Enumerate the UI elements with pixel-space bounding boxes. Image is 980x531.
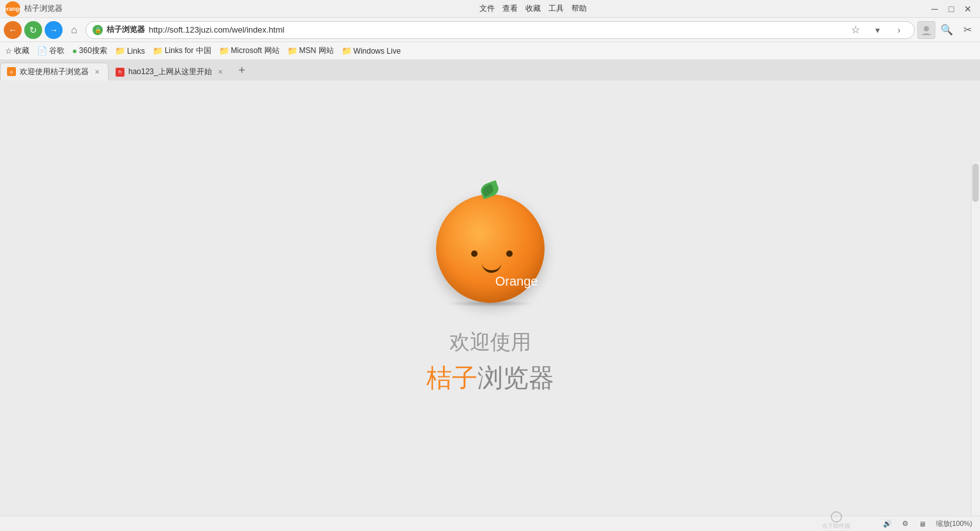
secure-icon: 🔒 bbox=[93, 25, 103, 35]
minimize-button[interactable]: ─ bbox=[928, 3, 942, 15]
welcome-container: Orange 欢迎使用 桔子浏览器 bbox=[426, 181, 554, 396]
menu-file[interactable]: 文件 bbox=[479, 3, 495, 14]
tabs-bar: o 欢迎使用桔子浏览器 ✕ h hao123_上网从这里开始 ✕ + bbox=[0, 60, 980, 81]
app-logo: orange bbox=[5, 1, 20, 17]
scrollbar-thumb[interactable] bbox=[972, 164, 979, 202]
svg-point-1 bbox=[924, 26, 929, 31]
address-bar: 🔒 桔子浏览器 ☆ ▾ › bbox=[86, 21, 915, 39]
site-name-label: 桔子浏览器 bbox=[107, 24, 145, 35]
mascot-body: Orange bbox=[436, 194, 545, 303]
watermark: ○ 当下软件园 www.downxia.com bbox=[813, 511, 860, 531]
bookmark-star-button[interactable]: ☆ bbox=[847, 21, 864, 39]
welcome-line1: 欢迎使用 bbox=[426, 328, 554, 357]
menu-view[interactable]: 查看 bbox=[502, 3, 518, 14]
orange-mascot: Orange bbox=[433, 181, 548, 309]
nav-bar: ← ↻ → ⌂ 🔒 桔子浏览器 ☆ ▾ › 🔍 ✂ bbox=[0, 18, 980, 42]
bookmarks-text: 收藏 bbox=[14, 45, 29, 56]
user-avatar bbox=[917, 21, 935, 39]
welcome-text-block: 欢迎使用 桔子浏览器 bbox=[426, 328, 554, 396]
mascot-eye-right bbox=[506, 250, 513, 257]
folder-icon-3: 📁 bbox=[219, 46, 229, 56]
bookmark-microsoft[interactable]: 📁 Microsoft 网站 bbox=[219, 45, 280, 56]
tab-favicon-welcome: o bbox=[7, 67, 16, 76]
tab-favicon-hao: h bbox=[116, 68, 124, 77]
tab-hao123[interactable]: h hao123_上网从这里开始 ✕ bbox=[109, 63, 232, 81]
main-content: Orange 欢迎使用 桔子浏览器 bbox=[0, 81, 980, 516]
tab-welcome[interactable]: o 欢迎使用桔子浏览器 ✕ bbox=[0, 63, 109, 81]
folder-icon-2: 📁 bbox=[153, 46, 163, 56]
tab-title-welcome: 欢迎使用桔子浏览器 bbox=[20, 66, 89, 77]
home-button[interactable]: ⌂ bbox=[65, 21, 83, 39]
new-tab-button[interactable]: + bbox=[234, 63, 250, 78]
bookmarks-label[interactable]: ☆ 收藏 bbox=[5, 45, 29, 56]
welcome-line2: 桔子浏览器 bbox=[426, 360, 554, 396]
bookmark-windows-live[interactable]: 📁 Windows Live bbox=[342, 46, 401, 56]
bookmark-google[interactable]: 📄 谷歌 bbox=[37, 45, 64, 56]
bookmark-msn-label: MSN 网站 bbox=[299, 45, 334, 56]
window-controls: ─ □ ✕ bbox=[928, 3, 975, 15]
tab-close-hao[interactable]: ✕ bbox=[216, 68, 225, 77]
back-button[interactable]: ← bbox=[4, 21, 22, 39]
folder-icon-5: 📁 bbox=[342, 46, 352, 56]
menu-help[interactable]: 帮助 bbox=[571, 3, 587, 14]
search-button[interactable]: 🔍 bbox=[938, 21, 956, 39]
folder-icon: 📁 bbox=[115, 46, 125, 56]
bookmark-microsoft-label: Microsoft 网站 bbox=[231, 45, 280, 56]
bookmark-windows-live-label: Windows Live bbox=[354, 47, 401, 56]
menu-bookmarks[interactable]: 收藏 bbox=[525, 3, 541, 14]
tab-title-hao: hao123_上网从这里开始 bbox=[128, 66, 212, 77]
bookmark-links-label: Links bbox=[127, 47, 145, 56]
maximize-button[interactable]: □ bbox=[944, 3, 958, 15]
speaker-icon: 🔊 bbox=[883, 519, 892, 528]
app-title: 桔子浏览器 bbox=[24, 3, 473, 14]
address-input[interactable] bbox=[149, 25, 843, 35]
scrollbar-track[interactable] bbox=[971, 162, 980, 516]
settings-icon: ⚙ bbox=[902, 519, 908, 528]
star-icon: ☆ bbox=[5, 47, 12, 56]
bookmark-google-label: 谷歌 bbox=[49, 45, 64, 56]
menu-bar: 文件 查看 收藏 工具 帮助 bbox=[479, 3, 928, 14]
forward-nav-button[interactable]: › bbox=[890, 21, 908, 39]
more-button[interactable]: ✂ bbox=[958, 21, 976, 39]
menu-tools[interactable]: 工具 bbox=[548, 3, 564, 14]
bookmark-links[interactable]: 📁 Links bbox=[115, 46, 145, 56]
status-bar: ○ 当下软件园 www.downxia.com 🔊 ⚙ 🖥 缩放(100%) bbox=[0, 516, 980, 531]
bookmark-360[interactable]: ● 360搜索 bbox=[72, 45, 107, 56]
refresh-button[interactable]: ↻ bbox=[24, 21, 42, 39]
watermark-site: 当下软件园 bbox=[822, 523, 850, 530]
welcome-brand-gray: 浏览器 bbox=[478, 364, 554, 392]
screen-icon: 🖥 bbox=[919, 520, 926, 528]
folder-icon-4: 📁 bbox=[287, 46, 298, 56]
mascot-smile bbox=[482, 263, 501, 273]
close-button[interactable]: ✕ bbox=[961, 3, 975, 15]
history-dropdown-button[interactable]: ▾ bbox=[868, 21, 886, 39]
bookmark-links-china[interactable]: 📁 Links for 中国 bbox=[153, 45, 211, 56]
title-bar: orange 桔子浏览器 文件 查看 收藏 工具 帮助 ─ □ ✕ bbox=[0, 0, 980, 18]
watermark-circle: ○ bbox=[831, 511, 842, 523]
bookmark-360-label: 360搜索 bbox=[79, 45, 107, 56]
forward-button[interactable]: → bbox=[45, 21, 63, 39]
zoom-label: 缩放(100%) bbox=[936, 519, 972, 528]
tab-close-welcome[interactable]: ✕ bbox=[93, 67, 102, 76]
bookmarks-bar: ☆ 收藏 📄 谷歌 ● 360搜索 📁 Links 📁 Links for 中国… bbox=[0, 42, 980, 60]
bookmark-msn[interactable]: 📁 MSN 网站 bbox=[287, 45, 334, 56]
mascot-eye-left bbox=[471, 250, 478, 257]
bookmark-links-china-label: Links for 中国 bbox=[165, 45, 211, 56]
page-icon: 📄 bbox=[37, 46, 47, 56]
welcome-brand-orange: 桔子 bbox=[426, 364, 478, 392]
refresh-icon: ● bbox=[72, 46, 77, 56]
mascot-brand-text: Orange bbox=[495, 274, 538, 289]
